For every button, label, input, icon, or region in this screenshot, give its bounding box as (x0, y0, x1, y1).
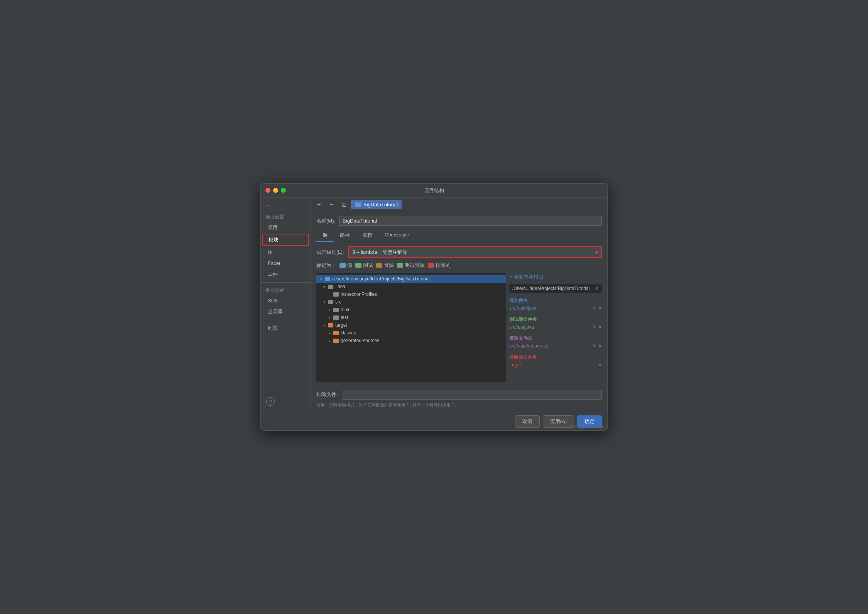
source-folders-label: 源文件夹 (509, 297, 602, 304)
name-input[interactable] (339, 216, 602, 226)
test-folder-row: src/test/java ✎ ✕ (509, 324, 602, 331)
sidebar-item-module[interactable]: 模块 (262, 234, 309, 246)
folder-idea-icon (328, 285, 333, 289)
close-button[interactable] (265, 188, 270, 193)
tab-path[interactable]: 路径 (334, 229, 356, 242)
toolbar: + − ⧉ BigDataTutorial (311, 197, 607, 212)
folder-inspect-icon (333, 292, 339, 297)
tree-row[interactable]: ▸ test (316, 314, 506, 321)
minimize-button[interactable] (273, 188, 278, 193)
source-folder-edit-icon[interactable]: ✎ (593, 305, 596, 311)
mark-test-resource-label: 测试资源 (405, 262, 425, 269)
sidebar-divider-1 (261, 282, 311, 283)
tree-label-test: test (341, 315, 348, 320)
resource-color-badge (376, 263, 382, 268)
sidebar-item-facet[interactable]: Facet (262, 258, 309, 268)
maximize-button[interactable] (281, 188, 286, 193)
sidebar-item-project[interactable]: 项目 (262, 222, 309, 233)
tree-toggle-gensrc[interactable]: ▸ (327, 338, 332, 343)
test-color-badge (355, 263, 361, 268)
cancel-button[interactable]: 取消 (515, 415, 540, 428)
sidebar-item-issues[interactable]: 问题 (262, 323, 309, 334)
name-label: 名称(M): (316, 218, 335, 224)
test-folders-label: 测试源文件夹 (509, 316, 602, 323)
right-panel: 名称(M): 源 路径 依赖 Checkstyle 语言级别(L): 8 – l… (311, 212, 607, 386)
tab-dependency[interactable]: 依赖 (356, 229, 378, 242)
excluded-color-badge (428, 263, 434, 268)
tree-label-classes: classes (341, 330, 356, 336)
tree-toggle-idea[interactable]: ▾ (322, 284, 326, 289)
tree-row[interactable]: ▾ src (316, 298, 506, 306)
tree-row[interactable]: ▸ inspectionProfiles (316, 290, 506, 298)
module-item[interactable]: BigDataTutorial (351, 200, 402, 209)
name-row: 名称(M): (316, 216, 602, 226)
tab-source[interactable]: 源 (316, 229, 334, 242)
resource-folder-delete-icon[interactable]: ✕ (598, 343, 602, 349)
tree-toggle-src[interactable]: ▾ (322, 300, 326, 304)
excluded-folder-delete-icon[interactable]: ✕ (598, 362, 602, 368)
tree-row[interactable]: ▸ main (316, 306, 506, 314)
sidebar: ← → 项目设置 项目 模块 库 Facet 工件 平台设置 SDK 全局库 问… (261, 197, 311, 412)
source-folder-actions: ✎ ✕ (593, 305, 602, 311)
sidebar-item-library[interactable]: 库 (262, 247, 309, 258)
excluded-folder-actions: ✕ (598, 362, 602, 368)
resource-folder-edit-icon[interactable]: ✎ (593, 343, 596, 349)
test-folder-actions: ✎ ✕ (593, 324, 602, 330)
dialog-footer: 取消 应用(A) 确定 (261, 412, 607, 430)
add-button[interactable]: + (314, 200, 324, 210)
sidebar-item-global-library[interactable]: 全局库 (262, 306, 309, 317)
titlebar: 项目结构 (261, 184, 607, 197)
sidebar-item-artifact[interactable]: 工件 (262, 269, 309, 280)
tree-toggle-root[interactable]: ▾ (319, 277, 323, 281)
sidebar-bottom: ? (261, 394, 311, 409)
mark-row: 标记为： 源 测试 资源 测试资源 (316, 262, 602, 269)
content-root-close-icon[interactable]: ✕ (595, 286, 599, 291)
tree-row[interactable]: ▸ classes (316, 329, 506, 337)
excluded-folder-path: target (509, 362, 521, 368)
folder-main-icon (333, 308, 339, 312)
help-button[interactable]: ? (266, 397, 275, 406)
folder-root-icon (325, 277, 330, 281)
remove-button[interactable]: − (326, 200, 336, 210)
back-button[interactable]: ← (265, 202, 271, 209)
mark-source-label: 源 (347, 262, 352, 269)
add-content-root-button[interactable]: + 添加内容根 () (509, 273, 602, 281)
tree-row[interactable]: ▾ .idea (316, 283, 506, 290)
tree-toggle-test[interactable]: ▸ (327, 315, 332, 320)
forward-button[interactable]: → (274, 202, 280, 209)
tree-toggle-classes[interactable]: ▸ (327, 331, 332, 335)
sidebar-item-sdk[interactable]: SDK (262, 296, 309, 305)
exclude-file-input[interactable] (342, 390, 602, 400)
copy-button[interactable]: ⧉ (339, 200, 349, 210)
tab-checkstyle[interactable]: Checkstyle (378, 229, 415, 242)
add-content-root-label: + 添加内容根 () (509, 273, 543, 280)
tree-label-gensrc: generated-sources (341, 338, 379, 343)
folder-src-icon (328, 300, 333, 304)
source-folder-path: src/main/java (509, 305, 537, 311)
tree-row[interactable]: ▾ /Users/mendianyu/IdeaProjects/BigDataT… (316, 275, 506, 283)
exclude-file-label: 排除文件: (316, 391, 338, 398)
language-level-select-wrapper: 8 – lambda、类型注解等 ▾ (348, 246, 602, 258)
tree-row[interactable]: ▾ target (316, 321, 506, 329)
tree-label-target: target (335, 322, 347, 328)
sidebar-section-platform: 平台设置 (261, 285, 311, 295)
test-folder-edit-icon[interactable]: ✎ (593, 324, 596, 330)
mark-test-label: 测试 (363, 262, 373, 269)
language-level-row: 语言级别(L): 8 – lambda、类型注解等 ▾ (316, 246, 602, 258)
mark-test: 测试 (355, 262, 373, 269)
mark-resource: 资源 (376, 262, 394, 269)
folder-test-icon (333, 315, 339, 320)
language-level-select[interactable]: 8 – lambda、类型注解等 (349, 247, 601, 257)
content-root-path: /Users.../IdeaProjects/BigDataTutorial ✕ (509, 284, 602, 293)
folder-target-icon (328, 323, 333, 327)
language-level-label: 语言级别(L): (316, 249, 344, 256)
bottom-section: 排除文件: 使用；分隔名称模式，对于任意数量的符号使用 *，对于一个符号则使用 … (311, 386, 607, 412)
source-folder-delete-icon[interactable]: ✕ (598, 305, 602, 311)
test-folder-delete-icon[interactable]: ✕ (598, 324, 602, 330)
tree-toggle-main[interactable]: ▸ (327, 307, 332, 312)
source-folders-section: 源文件夹 src/main/java ✎ ✕ (509, 297, 602, 312)
content-root-path-text: /Users.../IdeaProjects/BigDataTutorial (512, 286, 589, 291)
tree-row[interactable]: ▸ generated-sources (316, 337, 506, 344)
tree-toggle-target[interactable]: ▾ (322, 323, 326, 327)
tree-label-src: src (335, 299, 341, 305)
